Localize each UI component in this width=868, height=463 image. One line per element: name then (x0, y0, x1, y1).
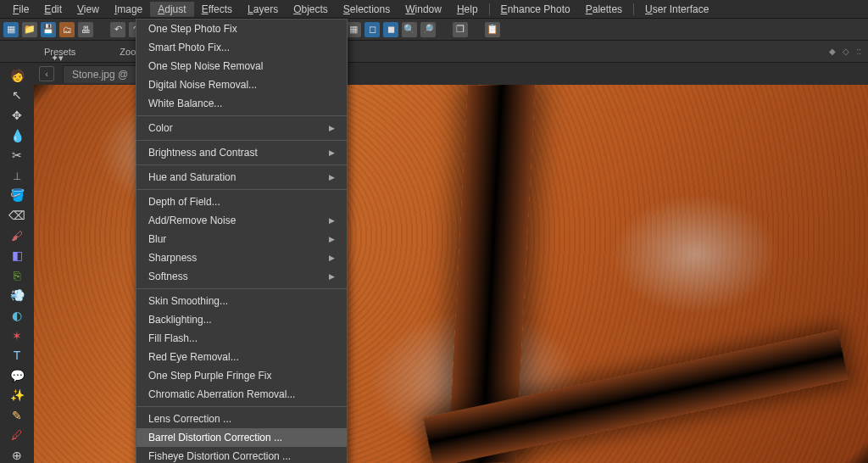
menu-item-add-remove-noise[interactable]: Add/Remove Noise▶ (136, 211, 347, 230)
menu-view[interactable]: View (70, 2, 107, 17)
document-tab[interactable]: Stone.jpg @ (63, 65, 137, 83)
magic-tool-icon[interactable]: ✨ (9, 388, 25, 404)
copy-icon[interactable]: 📋 (485, 22, 500, 37)
menu-item-skin-smoothing[interactable]: Skin Smoothing... (136, 292, 347, 310)
new-icon[interactable]: ▦ (3, 22, 19, 37)
zoom-in-icon[interactable]: 🔍 (402, 22, 417, 37)
menu-item-one-step-purple-fringe-fix[interactable]: One Step Purple Fringe Fix (136, 366, 347, 385)
menu-adjust[interactable]: Adjust (150, 2, 193, 17)
menu-effects[interactable]: Effects (194, 2, 240, 17)
toggle-b-icon[interactable]: ◇ (843, 47, 849, 56)
stamp-tool-icon[interactable]: ⎘ (9, 268, 25, 283)
menu-item-label: One Step Photo Fix (148, 23, 237, 35)
menu-image[interactable]: Image (107, 2, 150, 17)
menu-item-digital-noise-removal[interactable]: Digital Noise Removal... (136, 75, 347, 94)
erase-tool-icon[interactable]: ⌫ (9, 208, 25, 223)
submenu-arrow-icon: ▶ (329, 216, 335, 225)
submenu-arrow-icon: ▶ (329, 124, 335, 132)
target-tool-icon[interactable]: ⊕ (9, 448, 25, 463)
pencil-tool-icon[interactable]: ✎ (9, 408, 25, 423)
menu-objects[interactable]: Objects (286, 2, 336, 17)
spray-tool-icon[interactable]: ✶ (9, 328, 25, 343)
move-tool-icon[interactable]: ✥ (9, 108, 25, 123)
menu-edit[interactable]: Edit (36, 2, 70, 17)
fill-tool-icon[interactable]: 🪣 (9, 188, 25, 204)
back-button[interactable]: ‹ (39, 66, 54, 81)
menu-item-label: Hue and Saturation (148, 171, 236, 183)
menu-item-softness[interactable]: Softness▶ (136, 267, 347, 286)
menu-item-label: Add/Remove Noise (148, 215, 236, 226)
menu-item-white-balance[interactable]: White Balance... (136, 94, 347, 113)
menu-item-hue-and-saturation[interactable]: Hue and Saturation▶ (136, 168, 347, 187)
main-toolbar: ▦ 📁 💾 🗂 🖶 ↶ ↷ ▦ ◻ ◼ 🔍 🔎 ❐ 📋 (0, 19, 868, 41)
menu-item-fisheye-distortion-correction[interactable]: Fisheye Distortion Correction ... (136, 447, 347, 463)
menu-item-label: White Balance... (148, 98, 222, 109)
layers-icon[interactable]: ❐ (453, 22, 468, 37)
document-tab-label: Stone.jpg @ (72, 69, 128, 81)
menu-file[interactable]: File (5, 2, 36, 17)
color-swap-tool-icon[interactable]: ◐ (9, 308, 25, 323)
menu-help[interactable]: Help (449, 2, 486, 17)
menu-item-label: One Step Noise Removal (148, 60, 263, 72)
save-icon[interactable]: 💾 (41, 22, 56, 37)
menu-item-fill-flash[interactable]: Fill Flash... (136, 329, 347, 348)
menu-item-label: One Step Purple Fringe Fix (148, 370, 271, 382)
print-icon[interactable]: 🖶 (78, 22, 93, 37)
menu-item-label: Depth of Field... (148, 196, 220, 208)
menu-item-label: Smart Photo Fix... (148, 42, 230, 53)
submenu-arrow-icon: ▶ (329, 148, 335, 157)
menu-item-barrel-distortion-correction[interactable]: Barrel Distortion Correction ... (136, 428, 347, 447)
airbrush-tool-icon[interactable]: 💨 (9, 288, 25, 304)
dropper-tool-icon[interactable]: 💧 (9, 128, 25, 143)
measure-tool-icon[interactable]: ⟂ (9, 168, 25, 183)
menu-item-color[interactable]: Color▶ (136, 119, 347, 137)
folder-icon[interactable]: 🗂 (59, 22, 75, 37)
crop-tool-icon[interactable]: ✂ (9, 148, 25, 163)
grid-icon[interactable]: ▦ (346, 22, 361, 37)
menu-item-chromatic-aberration-removal[interactable]: Chromatic Aberration Removal... (136, 385, 347, 404)
text-tool-icon[interactable]: T (9, 348, 25, 363)
menu-item-label: Fisheye Distortion Correction ... (148, 450, 291, 462)
menu-item-backlighting[interactable]: Backlighting... (136, 310, 347, 329)
options-bar: Presets Zoom (1 30 ◆ ◇ :: (0, 41, 868, 63)
submenu-arrow-icon: ▶ (329, 254, 335, 262)
menu-item-brightness-and-contrast[interactable]: Brightness and Contrast▶ (136, 143, 347, 162)
menubar: FileEditViewImageAdjustEffectsLayersObje… (0, 0, 868, 19)
menu-item-sharpness[interactable]: Sharpness▶ (136, 248, 347, 267)
fit-icon[interactable]: ◻ (364, 22, 380, 37)
menu-item-lens-correction[interactable]: Lens Correction ... (136, 410, 347, 428)
menu-window[interactable]: Window (398, 2, 449, 17)
menu-item-label: Color (148, 122, 173, 134)
menu-item-one-step-photo-fix[interactable]: One Step Photo Fix (136, 20, 347, 38)
speech-tool-icon[interactable]: 💬 (9, 368, 25, 383)
undo-icon[interactable]: ↶ (110, 22, 125, 37)
menu-item-label: Barrel Distortion Correction ... (148, 432, 282, 443)
toolbox: 🧑↖✥💧✂⟂🪣⌫🖌◧⎘💨◐✶T💬✨✎🖊⊕ (0, 63, 34, 463)
avatar-tool-icon[interactable]: 🧑 (9, 68, 25, 83)
menu-item-depth-of-field[interactable]: Depth of Field... (136, 192, 347, 211)
menu-item-one-step-noise-removal[interactable]: One Step Noise Removal (136, 57, 347, 75)
menu-item-label: Lens Correction ... (148, 413, 231, 425)
workspace: 🧑↖✥💧✂⟂🪣⌫🖌◧⎘💨◐✶T💬✨✎🖊⊕ ‹ Stone.jpg @ (0, 63, 868, 463)
menu-item-label: Brightness and Contrast (148, 147, 258, 159)
open-icon[interactable]: 📁 (22, 22, 37, 37)
menu-item-blur[interactable]: Blur▶ (136, 230, 347, 248)
menu-item-label: Backlighting... (148, 314, 212, 326)
menu-item-label: Chromatic Aberration Removal... (148, 388, 295, 400)
menu-item-red-eye-removal[interactable]: Red Eye Removal... (136, 348, 347, 366)
menu-item-smart-photo-fix[interactable]: Smart Photo Fix... (136, 38, 347, 57)
menu-user-interface[interactable]: User Interface (637, 2, 716, 17)
menu-palettes[interactable]: Palettes (578, 2, 630, 17)
toggle-a-icon[interactable]: ◆ (829, 47, 836, 56)
menu-item-label: Fill Flash... (148, 332, 198, 344)
pointer-tool-icon[interactable]: ↖ (9, 88, 25, 103)
menu-enhance-photo[interactable]: Enhance Photo (493, 2, 578, 17)
pen-tool-icon[interactable]: 🖊 (9, 428, 25, 443)
toggle-c-icon[interactable]: :: (856, 47, 861, 56)
brush-tool-icon[interactable]: 🖌 (9, 228, 25, 243)
menu-layers[interactable]: Layers (240, 2, 286, 17)
swatch-tool-icon[interactable]: ◧ (9, 248, 25, 263)
actual-icon[interactable]: ◼ (383, 22, 398, 37)
zoom-out-icon[interactable]: 🔎 (420, 22, 436, 37)
menu-selections[interactable]: Selections (336, 2, 398, 17)
